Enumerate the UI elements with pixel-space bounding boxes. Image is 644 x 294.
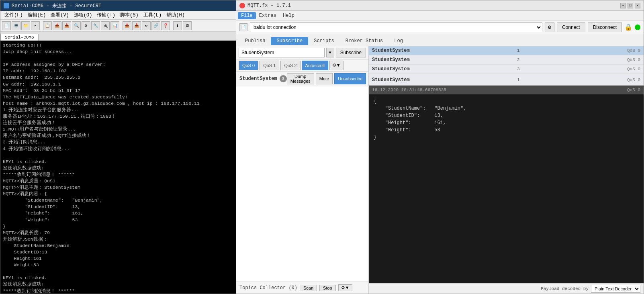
subscribe-dropdown-arrow[interactable]: ▼: [326, 48, 334, 57]
toolbar-btn-14[interactable]: 📥: [132, 21, 141, 30]
mqttfx-title: MQTT.fx - 1.7.1: [247, 3, 291, 8]
toolbar-btn-11[interactable]: 🔌: [101, 21, 110, 30]
toolbar-btn-16[interactable]: 🔗: [151, 21, 160, 30]
menu-transfer[interactable]: 传输(T): [94, 11, 118, 19]
unsubscribe-btn[interactable]: Unsubscribe: [334, 73, 366, 84]
qos2-button[interactable]: QoS 2: [280, 61, 300, 70]
connection-settings-btn[interactable]: ⚙: [545, 22, 554, 32]
disconnect-button[interactable]: Disconnect: [588, 22, 622, 32]
msg-item-header-2: StudentSystem 2 QoS 0: [369, 55, 644, 64]
mute-btn[interactable]: Mute: [316, 73, 333, 84]
topics-collector-title: Topics Collector (0): [239, 285, 297, 291]
menu-help[interactable]: 帮助(H): [164, 11, 187, 19]
toolbar-btn-19[interactable]: 🖥: [183, 21, 192, 30]
msg-topic-2: StudentSystem: [372, 57, 410, 63]
menu-view[interactable]: 查看(V): [48, 11, 72, 19]
securecrt-menubar: 文件(F) 编辑(E) 查看(V) 选项(O) 传输(T) 脚本(S) 工具(L…: [0, 11, 236, 20]
toolbar-btn-3[interactable]: 📁: [21, 21, 30, 30]
toolbar-btn-6[interactable]: 📤: [53, 21, 61, 30]
qos1-button[interactable]: QoS 1: [260, 61, 279, 70]
menu-edit[interactable]: 编辑(E): [25, 11, 49, 19]
tab-broker-status[interactable]: Broker Status: [340, 37, 389, 45]
menu-options[interactable]: 选项(O): [72, 11, 95, 19]
msg-number-1: 1: [517, 48, 520, 53]
more-options-btn[interactable]: ⚙▼: [329, 61, 343, 70]
toolbar-btn-15[interactable]: ⚒: [142, 21, 151, 30]
payload-decoder-select[interactable]: Plain Text Decoder: [591, 285, 640, 293]
toolbar-btn-2[interactable]: 💻: [12, 21, 20, 30]
securecrt-titlebar: Serial-COM6 - 未连接 - SecureCRT: [0, 0, 236, 11]
topic-badge: 3: [280, 75, 287, 82]
connection-profile-select[interactable]: baidu iot connection: [250, 22, 542, 32]
qos0-button[interactable]: QoS 0: [239, 61, 258, 70]
qos-autoscroll-bar: QoS 0 QoS 1 QoS 2 Autoscroll ⚙▼: [236, 59, 368, 71]
detail-topic: StudentSystem: [372, 77, 410, 83]
mqttfx-menu-extras[interactable]: Extras: [256, 12, 280, 19]
msg-topic-1: StudentSystem: [372, 48, 410, 53]
msg-topic-3: StudentSystem: [372, 66, 410, 72]
connect-button[interactable]: Connect: [557, 22, 585, 32]
mqttfx-menu-file[interactable]: File: [238, 12, 256, 19]
toolbar-btn-17[interactable]: ❓: [161, 21, 170, 30]
stop-button[interactable]: Stop: [319, 285, 336, 291]
msg-qos-2: QoS 0: [627, 57, 640, 62]
menu-scripts[interactable]: 脚本(S): [118, 11, 141, 19]
detail-qos: QoS 0: [627, 78, 640, 82]
menu-file[interactable]: 文件(F): [2, 11, 25, 19]
mqttfx-title-controls: − □ ✕: [620, 3, 640, 8]
close-btn[interactable]: ✕: [635, 3, 640, 8]
scan-button[interactable]: Scan: [300, 285, 317, 291]
msg-number-3: 3: [517, 67, 520, 71]
autoscroll-button[interactable]: Autoscroll: [302, 61, 328, 70]
mqttfx-left-panel: ▼ Subscribe QoS 0 QoS 1 QoS 2 Autoscroll…: [236, 46, 369, 294]
detail-footer: Payload decoded by Plain Text Decoder: [369, 283, 644, 294]
msg-item-header-1: StudentSystem 1 QoS 0: [369, 46, 644, 55]
detail-header: StudentSystem 1 QoS 0: [369, 74, 644, 86]
mqttfx-menu-help[interactable]: Help: [280, 12, 298, 19]
subscribe-input-area: ▼ Subscribe: [236, 46, 368, 59]
mqttfx-title-left: MQTT.fx - 1.7.1: [239, 3, 291, 8]
subscribe-topic-input[interactable]: [239, 48, 325, 57]
detail-panel: StudentSystem 1 QoS 0 16-12-2020 18:31:4…: [369, 74, 644, 294]
tab-publish[interactable]: Publish: [239, 37, 271, 45]
connection-profile-icon: 📄: [239, 23, 247, 31]
securecrt-tabbar: Serial-COM6: [0, 32, 236, 41]
topic-actions: Dump Messages Mute Unsubscribe: [287, 73, 366, 84]
mqttfx-tabs: Publish Subscribe Scripts Broker Status …: [236, 34, 644, 46]
toolbar-btn-9[interactable]: ⚙: [82, 21, 90, 30]
securecrt-icon: [4, 3, 9, 8]
toolbar-btn-8[interactable]: 🔍: [72, 21, 81, 30]
message-item-1[interactable]: StudentSystem 1 QoS 0: [369, 46, 644, 55]
menu-tools[interactable]: 工具(L): [141, 11, 164, 19]
topics-settings-btn[interactable]: ⚙▼: [338, 284, 352, 291]
toolbar-btn-1[interactable]: 📄: [2, 21, 11, 30]
tab-subscribe[interactable]: Subscribe: [271, 37, 308, 45]
tab-log[interactable]: Log: [388, 37, 409, 45]
mqttfx-window: MQTT.fx - 1.7.1 − □ ✕ File Extras Help 📄…: [236, 0, 644, 294]
securecrt-title: Serial-COM6 - 未连接 - SecureCRT: [12, 2, 101, 9]
topic-item-studentsystem: StudentSystem 3 Dump Messages Mute Unsub…: [236, 71, 368, 86]
toolbar-btn-18[interactable]: ℹ: [173, 21, 182, 30]
msg-number-2: 2: [517, 57, 520, 62]
message-list-area: [236, 86, 368, 282]
detail-timestamp: 16-12-2020 18:31:48.66708535: [372, 88, 446, 92]
maximize-btn[interactable]: □: [628, 3, 633, 8]
message-item-2[interactable]: StudentSystem 2 QoS 0: [369, 55, 644, 65]
mqttfx-content: ▼ Subscribe QoS 0 QoS 1 QoS 2 Autoscroll…: [236, 46, 644, 294]
tab-serial-com6[interactable]: Serial-COM6: [0, 34, 39, 41]
toolbar-btn-10[interactable]: 🔧: [91, 21, 100, 30]
subscribe-button[interactable]: Subscribe: [336, 48, 366, 57]
terminal-area[interactable]: starting up!!! lwip dhcp init success...…: [0, 41, 236, 294]
toolbar-btn-12[interactable]: 📊: [110, 21, 119, 30]
connection-lock-icon: 🔒: [624, 23, 632, 31]
detail-number: 1: [517, 78, 520, 82]
toolbar-btn-5[interactable]: 📋: [43, 21, 52, 30]
minimize-btn[interactable]: −: [620, 3, 626, 8]
topic-name: StudentSystem: [239, 76, 277, 82]
message-item-3[interactable]: StudentSystem 3 QoS 0: [369, 65, 644, 74]
toolbar-btn-13[interactable]: 📤: [123, 21, 131, 30]
dump-messages-btn[interactable]: Dump Messages: [287, 73, 314, 84]
toolbar-btn-4[interactable]: ✂: [31, 21, 40, 30]
toolbar-btn-7[interactable]: 📥: [62, 21, 71, 30]
tab-scripts[interactable]: Scripts: [308, 37, 339, 45]
